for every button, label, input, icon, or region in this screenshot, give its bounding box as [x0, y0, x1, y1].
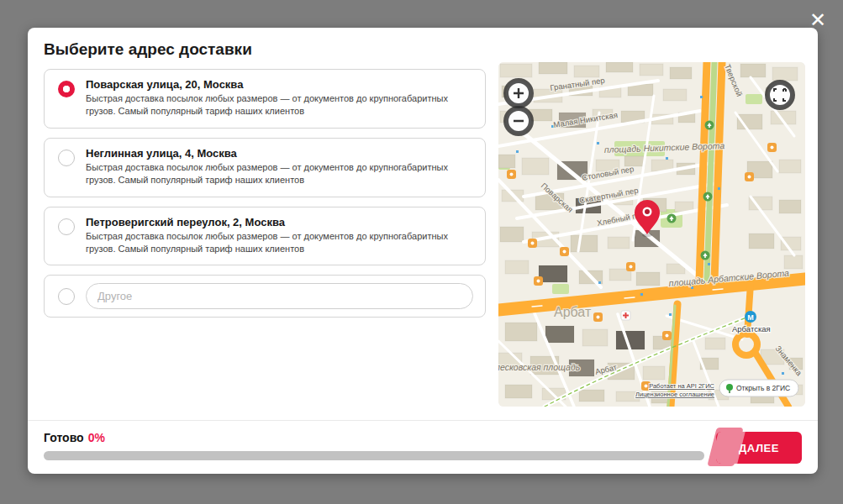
address-option-other[interactable]: [44, 275, 486, 318]
license-link[interactable]: Лицензионное соглашение: [635, 391, 714, 398]
address-option-title: Петроверигский переулок, 2, Москва: [86, 216, 473, 228]
svg-text:Открыть в 2ГИС: Открыть в 2ГИС: [736, 384, 790, 392]
radio-icon[interactable]: [58, 218, 75, 235]
zoom-out-button[interactable]: [506, 108, 531, 134]
address-option-description: Быстрая доставка посылок любых размеров …: [86, 230, 473, 256]
address-option-1[interactable]: Поварская улица, 20, Москва Быстрая дост…: [44, 69, 486, 129]
svg-text:Арбатская: Арбатская: [732, 324, 771, 333]
open-2gis-button[interactable]: Открыть в 2ГИС: [719, 380, 798, 396]
progress-bar: [44, 451, 704, 460]
api-2gis-link[interactable]: Работает на API 2ГИС: [649, 382, 714, 390]
page-title: Выберите адрес доставки: [44, 40, 802, 59]
svg-text:Арбат: Арбат: [554, 305, 592, 319]
other-address-input[interactable]: [86, 283, 473, 309]
radio-icon[interactable]: [58, 150, 75, 166]
address-option-title: Неглинная улица, 4, Москва: [86, 147, 473, 160]
svg-text:лесковская площадь: лесковская площадь: [498, 362, 580, 372]
delivery-address-dialog: Выберите адрес доставки Поварская улица,…: [28, 28, 818, 474]
address-option-description: Быстрая доставка посылок любых размеров …: [86, 92, 473, 118]
radio-icon[interactable]: [58, 288, 75, 305]
address-options-list: Поварская улица, 20, Москва Быстрая дост…: [44, 62, 486, 327]
progress-value: 0%: [88, 431, 105, 444]
address-option-3[interactable]: Петроверигский переулок, 2, Москва Быстр…: [44, 207, 486, 266]
dialog-content: Поварская улица, 20, Москва Быстрая дост…: [28, 62, 818, 420]
next-button[interactable]: ДАЛЕЕ: [716, 432, 802, 464]
next-button-wrap: ДАЛЕЕ: [716, 432, 802, 464]
address-option-2[interactable]: Неглинная улица, 4, Москва Быстрая доста…: [44, 138, 486, 197]
map-canvas[interactable]: Гранатный пер Малая Никитская площадь Ни…: [498, 62, 805, 407]
dialog-footer: Готово0% ДАЛЕЕ: [28, 420, 818, 474]
address-option-description: Быстрая доставка посылок любых размеров …: [86, 161, 473, 187]
progress-zone: Готово0%: [44, 431, 704, 460]
zoom-in-button[interactable]: [506, 81, 531, 106]
radio-selected-icon[interactable]: [58, 81, 75, 97]
fullscreen-button[interactable]: [767, 82, 793, 108]
progress-label: Готово: [44, 431, 84, 444]
address-option-title: Поварская улица, 20, Москва: [86, 78, 473, 91]
hospital-icon: [621, 311, 630, 320]
metro-icon: М: [747, 313, 754, 322]
